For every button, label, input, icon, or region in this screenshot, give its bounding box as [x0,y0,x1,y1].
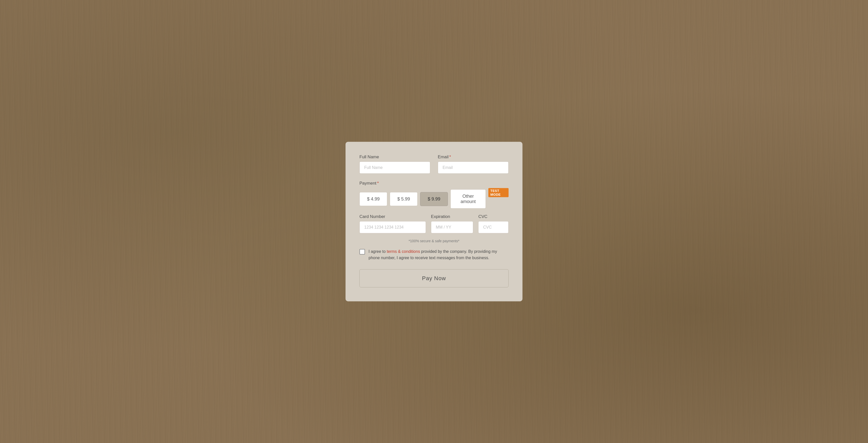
payment-option-other[interactable]: Other amount [451,189,486,209]
test-mode-badge: TEST MODE [488,188,508,197]
pay-now-button[interactable]: Pay Now [360,269,508,287]
secure-text: *100% secure & safe payments* [360,239,508,243]
email-label: Email* [438,154,508,159]
payment-modal: Full Name Email* Payment* $ 4.99 $ 5.99 … [345,142,523,301]
terms-prefix: I agree to [369,249,387,254]
payment-section: Payment* $ 4.99 $ 5.99 $ 9.99 Other amou… [360,181,508,209]
card-number-input[interactable] [360,221,426,233]
payment-option-3[interactable]: $ 9.99 [420,192,448,206]
expiration-label: Expiration [431,214,473,219]
email-input[interactable] [438,161,508,174]
full-name-input[interactable] [360,161,430,174]
full-name-label: Full Name [360,154,430,159]
terms-link[interactable]: terms & conditions [387,249,420,254]
cvc-group: CVC [478,214,508,233]
card-details-row: Card Number Expiration CVC [360,214,508,233]
expiration-group: Expiration [431,214,473,233]
payment-option-1[interactable]: $ 4.99 [360,192,387,206]
cvc-label: CVC [478,214,508,219]
cvc-input[interactable] [478,221,508,233]
full-name-group: Full Name [360,154,430,174]
terms-text: I agree to terms & conditions provided b… [369,248,508,261]
terms-row: I agree to terms & conditions provided b… [360,248,508,261]
email-group: Email* [438,154,508,174]
modal-container: Full Name Email* Payment* $ 4.99 $ 5.99 … [345,142,523,301]
terms-checkbox[interactable] [360,249,365,255]
payment-label: Payment* [360,181,508,186]
card-number-group: Card Number [360,214,426,233]
name-email-row: Full Name Email* [360,154,508,174]
payment-option-2[interactable]: $ 5.99 [390,192,417,206]
card-number-label: Card Number [360,214,426,219]
expiration-input[interactable] [431,221,473,233]
payment-options-row: $ 4.99 $ 5.99 $ 9.99 Other amount TEST M… [360,189,508,209]
